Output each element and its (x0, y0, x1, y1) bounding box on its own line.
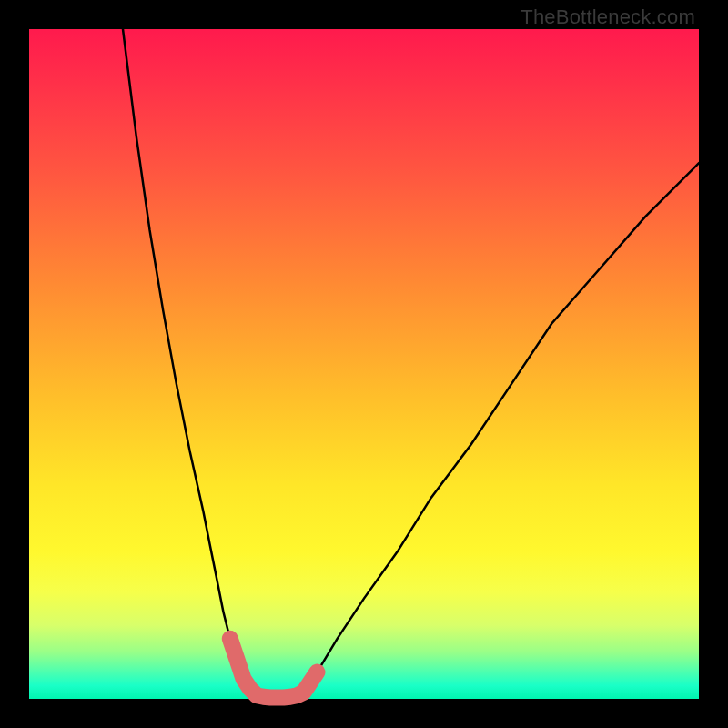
watermark-text: TheBottleneck.com (521, 5, 695, 29)
plot-area (29, 29, 699, 699)
curve-layer (29, 29, 699, 699)
chart-frame: TheBottleneck.com (0, 0, 728, 728)
highlight-segment (230, 639, 318, 698)
bottleneck-curve (123, 29, 699, 698)
